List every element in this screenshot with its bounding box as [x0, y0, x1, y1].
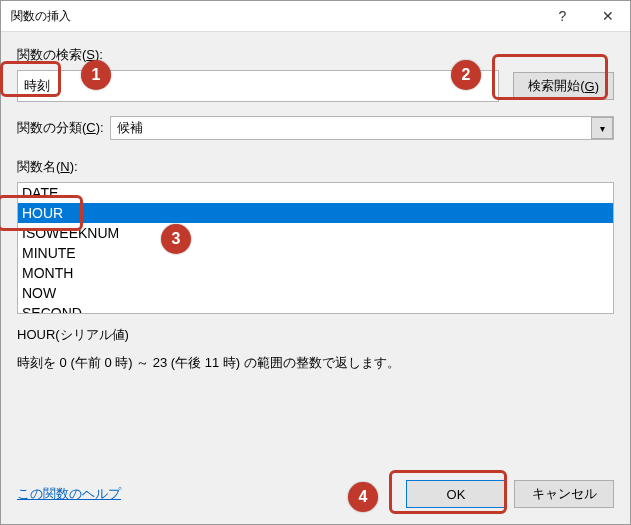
list-item[interactable]: MINUTE [18, 243, 613, 263]
funcname-suffix: ): [70, 159, 78, 174]
search-label-prefix: 関数の検索( [17, 47, 86, 62]
function-signature: HOUR(シリアル値) [17, 324, 614, 346]
list-item[interactable]: HOUR [18, 203, 613, 223]
dialog-content: 関数の検索(S): 検索開始(G) 関数の分類(C): ▾ 関数名(N): DA… [1, 32, 630, 374]
funcname-prefix: 関数名( [17, 159, 60, 174]
function-name-label: 関数名(N): [17, 158, 614, 176]
search-go-acc: G [585, 79, 595, 94]
window-title: 関数の挿入 [11, 8, 540, 25]
search-go-prefix: 検索開始( [528, 77, 584, 95]
category-label: 関数の分類(C): [17, 119, 104, 137]
ok-button[interactable]: OK [406, 480, 506, 508]
search-label-suffix: ): [95, 47, 103, 62]
list-item[interactable]: NOW [18, 283, 613, 303]
list-item[interactable]: SECOND [18, 303, 613, 314]
search-go-suffix: ) [595, 79, 599, 94]
category-label-suffix: ): [96, 120, 104, 135]
list-item[interactable]: MONTH [18, 263, 613, 283]
function-description: 時刻を 0 (午前 0 時) ～ 23 (午後 11 時) の範囲の整数で返しま… [17, 352, 614, 374]
search-row: 検索開始(G) [17, 70, 614, 102]
close-icon[interactable]: ✕ [585, 1, 630, 31]
search-input[interactable] [17, 70, 499, 102]
category-label-prefix: 関数の分類( [17, 120, 86, 135]
funcname-acc: N [60, 159, 69, 174]
category-select-wrap: ▾ [110, 116, 614, 140]
chevron-down-icon[interactable]: ▾ [591, 117, 613, 139]
category-label-acc: C [86, 120, 95, 135]
search-go-button[interactable]: 検索開始(G) [513, 72, 614, 100]
list-item[interactable]: ISOWEEKNUM [18, 223, 613, 243]
search-label: 関数の検索(S): [17, 46, 614, 64]
function-listbox[interactable]: DATEHOURISOWEEKNUMMINUTEMONTHNOWSECOND [17, 182, 614, 314]
dialog-footer: この関数のヘルプ OK キャンセル [17, 480, 614, 508]
insert-function-dialog: 関数の挿入 ? ✕ 関数の検索(S): 検索開始(G) 関数の分類(C): ▾ [0, 0, 631, 525]
category-row: 関数の分類(C): ▾ [17, 116, 614, 140]
help-link[interactable]: この関数のヘルプ [17, 485, 121, 503]
search-label-acc: S [86, 47, 95, 62]
help-icon[interactable]: ? [540, 1, 585, 31]
cancel-button[interactable]: キャンセル [514, 480, 614, 508]
list-item[interactable]: DATE [18, 183, 613, 203]
category-select[interactable] [110, 116, 614, 140]
titlebar: 関数の挿入 ? ✕ [1, 1, 630, 32]
